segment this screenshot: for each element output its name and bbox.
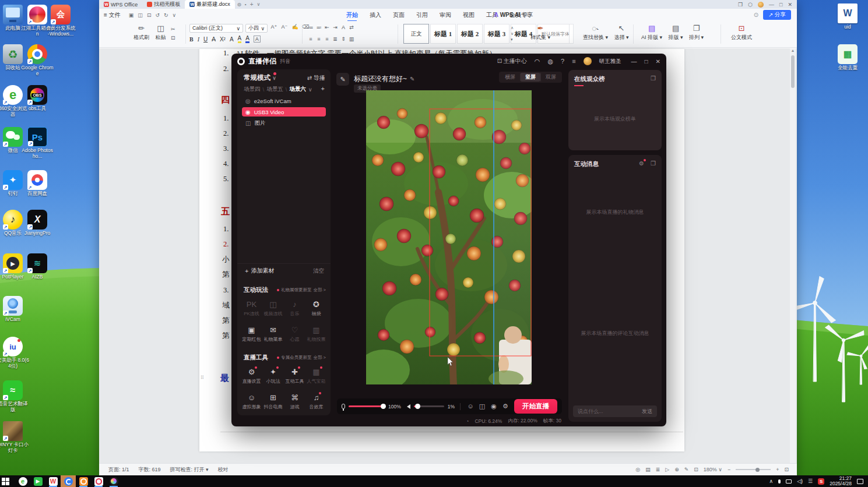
desktop-icon[interactable]: X↗JianyingPro [21,210,54,237]
file-menu[interactable]: ≡文件 [99,11,125,19]
live-close-button[interactable]: ✕ [656,58,660,65]
support-icon[interactable]: ◠ [535,58,540,65]
copy-icon[interactable]: ⊡ [171,35,175,41]
menu-插入[interactable]: 插入 [367,10,384,20]
tray-expand-icon[interactable]: ∧ [769,478,774,484]
anchor-center-link[interactable]: ⊡ 主播中心 [497,57,527,65]
settings-icon[interactable]: ⚙ [501,403,510,410]
text-effect-icon[interactable]: ✍ [291,24,299,33]
speaker-volume-slider[interactable] [414,405,444,407]
alignment-tool-icon[interactable]: ≣ [331,36,339,42]
live-maximize-button[interactable]: □ [645,58,648,65]
official-doc-mode-button[interactable]: ⊡公文模式 [729,23,754,42]
browser-360[interactable]: e [15,475,30,487]
feature-虚拟形象[interactable]: ☺虚拟形象 [241,393,262,410]
tools-all-link[interactable]: 全部 > [314,355,326,361]
view-mode-icon[interactable]: ≣ [656,467,660,472]
notification-center-icon[interactable] [857,479,863,484]
font-size-select[interactable]: 小四∨ [245,24,268,33]
wps-tab[interactable]: 找稻壳模板 [142,0,185,9]
tab-list-button[interactable]: ∨ [257,2,261,7]
live-minimize-button[interactable]: — [631,58,637,65]
menu-开始[interactable]: 开始 [344,10,360,20]
quick-access-icon[interactable]: ↻ [164,12,168,18]
tray-display-icon[interactable] [786,479,792,484]
live-companion-app[interactable] [61,475,76,487]
interact-all-link[interactable]: 全部 > [314,287,326,293]
quick-access-icon[interactable]: ⊡ [147,12,152,18]
increase-font-icon[interactable]: A⁺ [270,24,278,33]
find-replace-button[interactable]: ◌˞查找替换 ▾ [581,23,610,42]
stream-title[interactable]: 标题还没有想好~✎ [354,74,414,84]
desktop-icon[interactable]: ↗Google Chrome [21,44,54,77]
gallery-more-icon[interactable]: ▾ [511,37,514,42]
message-card-title[interactable]: 互动消息 [574,160,599,168]
new-tab-button[interactable]: + [250,1,254,8]
ai-layout-button[interactable]: ▤AI 排版 ▾ [639,23,665,42]
feature-礼物投票[interactable]: ▥礼物投票 [305,326,327,343]
orientation-竖屏[interactable]: 竖屏 [520,73,540,82]
view-mode-icon[interactable]: ✎ [684,467,689,472]
comment-bubble-icon[interactable]: ◍ [237,2,241,7]
style-set-button[interactable]: ✒样式集 ▾ [528,23,553,42]
pencil-icon[interactable]: ✎ [410,76,414,82]
start-button[interactable] [0,475,15,487]
highlight-button[interactable]: A [238,35,242,43]
capture-app[interactable] [76,475,91,487]
username[interactable]: 研王雅圣 [599,58,621,65]
desktop-icon[interactable]: ↗iVCam [0,296,29,323]
usb-video-source[interactable]: ◉USB3 Video [242,107,326,117]
paragraph-tool-icon[interactable]: ⇥ [331,24,339,30]
arrange-button[interactable]: ❐排列 ▾ [687,23,706,42]
image-source[interactable]: ◫图片 [242,118,326,128]
quick-access-icon[interactable]: ▣ [129,12,134,18]
feature-音效库[interactable]: ♫音效库 [305,393,327,410]
font-name-select[interactable]: Calibri (正文)∨ [189,24,243,33]
format-painter-button[interactable]: ✏格式刷 [131,23,152,42]
cut-icon[interactable]: ✂ [171,26,175,32]
orientation-双屏[interactable]: 双屏 [540,73,561,82]
style-item[interactable]: 标题 2 [457,24,483,44]
zoom-slider[interactable] [736,469,771,470]
zoom-level[interactable]: 180% ∨ [704,467,722,472]
wps-app[interactable]: W [45,475,61,487]
camera-icon[interactable]: ◉ [489,403,498,410]
alignment-tool-icon[interactable]: ≡ [307,36,315,42]
underline-button[interactable]: U [203,36,208,43]
feature-礼物菜单[interactable]: ✉礼物菜单 [262,326,284,343]
feature-抖音电商[interactable]: ⊞抖音电商 [262,393,284,410]
strikethrough-button[interactable]: A [212,36,216,43]
desktop-icon[interactable]: ↗百度网盘 [21,170,54,197]
wps-close-button[interactable]: ✕ [788,2,792,8]
font-color-button[interactable]: A [245,35,249,43]
director-button[interactable]: ⇄ 导播 [307,74,325,82]
feature-PK连线[interactable]: PKPK连线 [241,300,262,317]
view-mode-icon[interactable]: ⊡ [694,467,698,472]
menu-引用[interactable]: 引用 [414,10,430,20]
feature-小玩法[interactable]: ✦小玩法 [262,368,284,384]
message-settings-icon[interactable]: ⚙ [639,160,644,167]
wps-minimize-button[interactable]: — [769,2,774,8]
superscript-button[interactable]: X² [220,36,226,43]
tray-settings-icon[interactable]: ☰ [808,478,813,484]
desktop-icon[interactable]: iu↗宏美助手 8.0(64位) [0,337,29,369]
message-popout-icon[interactable]: ❐ [651,160,656,167]
proofread[interactable]: 校对 [218,466,229,474]
scene-tab[interactable]: 场景四 [244,86,261,93]
paragraph-tool-icon[interactable]: A [339,24,347,30]
word-count[interactable]: 字数: 619 [139,466,161,474]
desktop-icon[interactable]: ≈↗语音艺术翻译版 [0,380,29,413]
paste-button[interactable]: ◫粘贴 [153,23,168,42]
decrease-font-icon[interactable]: A⁻ [280,24,289,33]
popout-icon[interactable]: ❐ [651,75,656,82]
start-live-button[interactable]: 开始直播 [514,399,557,414]
preview-video[interactable] [366,90,532,384]
view-mode-icon[interactable]: ▤ [645,467,651,472]
cloud-sync-icon[interactable]: ⊙ [754,12,758,18]
paragraph-tool-icon[interactable]: ⇤ [323,24,331,30]
spell-check[interactable]: 拼写检查: 打开 ▾ [170,466,209,474]
scroll-up-icon[interactable]: ▲ [790,48,796,52]
menu-视图[interactable]: 视图 [461,10,477,20]
wps-ai-menu[interactable]: ΛWPS AI [494,12,521,18]
paragraph-drag-handle[interactable]: ⠿ [201,376,205,383]
